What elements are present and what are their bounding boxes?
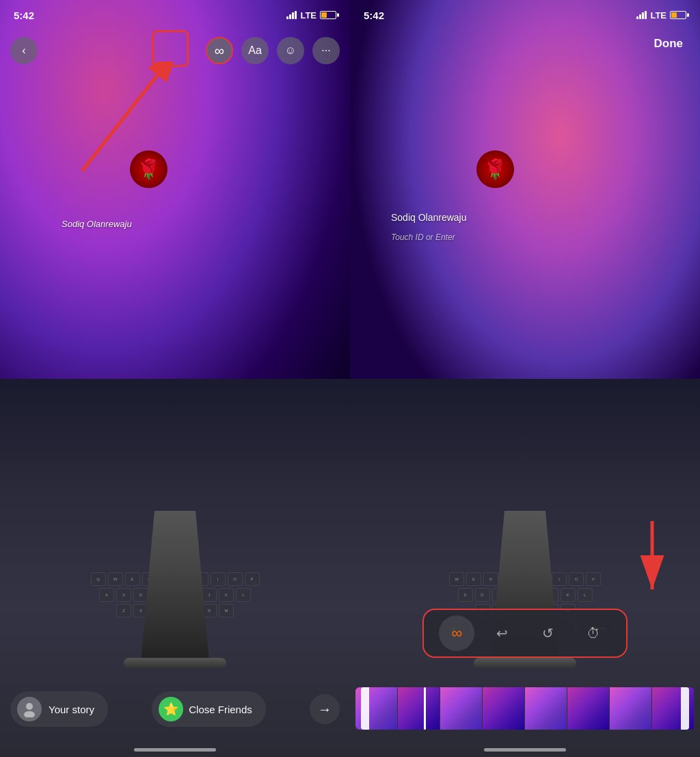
lte-label: LTE — [300, 10, 317, 21]
battery-fill-right — [671, 12, 677, 18]
key: L — [236, 588, 251, 602]
done-button[interactable]: Done — [647, 30, 690, 57]
back-button[interactable]: ‹ — [10, 37, 38, 64]
laptop-stand-base-right — [474, 658, 576, 668]
battery-fill — [321, 12, 327, 18]
boomerang-loop-button[interactable]: ∞ — [206, 37, 233, 64]
send-button[interactable]: → — [310, 694, 340, 724]
timeline-strip[interactable] — [355, 687, 695, 730]
photo-text-sub-right: Touch ID or Enter — [391, 233, 455, 242]
toolbar-icons: ∞ Aa ☺ ··· — [206, 37, 340, 64]
photo-text-name: Sodiq Olanrewaju — [62, 219, 132, 229]
key: W — [108, 572, 123, 586]
loop-infinity-icon: ∞ — [451, 624, 462, 642]
status-time-right: 5:42 — [364, 10, 384, 21]
star-icon: ⭐ — [159, 697, 183, 721]
story-avatar — [17, 697, 42, 721]
timeline-bracket-right — [681, 687, 689, 730]
status-bar-left: 5:42 LTE — [0, 0, 350, 30]
status-right-left: LTE — [286, 10, 336, 21]
photo-text-name-right: Sodiq Olanrewaju — [391, 212, 467, 223]
battery-icon-right — [670, 11, 686, 19]
lte-label-right: LTE — [650, 10, 667, 21]
avatar-icon — [21, 701, 38, 717]
timeline-thumb — [525, 687, 567, 730]
key: W — [449, 572, 464, 586]
more-button[interactable]: ··· — [312, 37, 340, 64]
right-phone-panel: W E R T Y U I O P S D F G H J K L X — [350, 0, 700, 757]
key: R — [483, 572, 498, 586]
rose-icon-right: 🌹 — [476, 150, 514, 188]
text-icon: Aa — [248, 44, 262, 57]
sticker-button[interactable]: ☺ — [277, 37, 304, 64]
status-right-right: LTE — [636, 10, 686, 21]
red-arrow-annotation — [27, 62, 198, 198]
key: D — [475, 588, 490, 602]
status-bar-right: 5:42 LTE — [350, 0, 700, 30]
svg-line-1 — [82, 75, 157, 171]
home-indicator-left — [134, 748, 216, 752]
left-phone-panel: Q W E R T Y U I O P A S D F G H J K L — [0, 0, 350, 757]
key: P — [245, 572, 260, 586]
your-story-label: Your story — [49, 704, 94, 715]
bottom-bar-left: Your story ⭐ Close Friends → — [0, 682, 350, 736]
timeline-thumb — [610, 687, 652, 730]
timeline-thumb — [440, 687, 483, 730]
close-friends-button[interactable]: ⭐ Close Friends — [152, 691, 266, 727]
home-indicator-right — [484, 748, 566, 752]
back-icon: ‹ — [22, 44, 25, 57]
key: O — [228, 572, 243, 586]
battery-icon-left — [320, 11, 336, 19]
key: D — [133, 588, 148, 602]
laptop-stand-base — [124, 658, 226, 668]
key: E — [125, 572, 140, 586]
key: S — [458, 588, 473, 602]
your-story-button[interactable]: Your story — [10, 691, 108, 727]
close-friends-label: Close Friends — [189, 704, 252, 715]
send-icon: → — [318, 702, 332, 717]
key: I — [211, 572, 226, 586]
status-time-left: 5:42 — [14, 10, 34, 21]
key: K — [219, 588, 234, 602]
timeline-bracket-left — [361, 687, 369, 730]
timeline-thumb — [483, 687, 525, 730]
key: A — [99, 588, 114, 602]
key: Z — [116, 604, 131, 617]
key: J — [202, 588, 217, 602]
boomerang-icon: ↩ — [496, 625, 508, 641]
key: S — [116, 588, 131, 602]
key: M — [219, 604, 234, 617]
loop-option-button[interactable]: ∞ — [439, 615, 474, 651]
timeline-thumb — [398, 687, 440, 730]
timeline-thumb — [567, 687, 610, 730]
svg-point-2 — [26, 703, 33, 710]
sticker-icon: ☺ — [285, 44, 296, 57]
svg-point-3 — [24, 711, 35, 717]
infinity-icon: ∞ — [215, 44, 224, 57]
boomerang-option-button[interactable]: ↩ — [485, 615, 520, 651]
timeline-playhead — [424, 687, 426, 730]
key: Q — [91, 572, 106, 586]
more-icon: ··· — [321, 44, 330, 57]
text-button[interactable]: Aa — [241, 37, 269, 64]
signal-icon — [286, 11, 297, 19]
red-arrow-annotation-right — [550, 507, 686, 630]
signal-icon-right — [636, 11, 647, 19]
key: E — [466, 572, 481, 586]
